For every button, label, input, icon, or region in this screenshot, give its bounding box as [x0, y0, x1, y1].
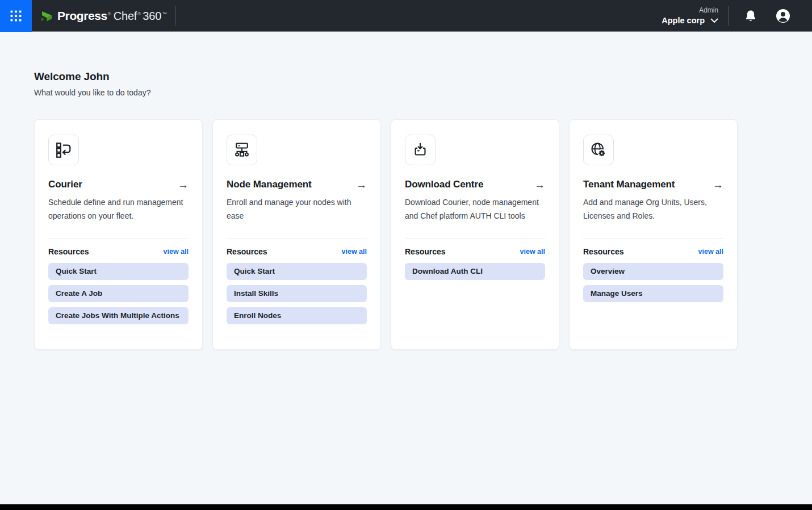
arrow-right-icon[interactable]: → — [534, 179, 545, 190]
registered-mark: ® — [137, 11, 141, 16]
resource-chip[interactable]: Create Jobs With Multiple Actions — [48, 307, 189, 324]
tenant-switcher[interactable]: Admin Apple corp — [662, 6, 718, 25]
page-subtitle: What would you like to do today? — [34, 88, 778, 97]
globe-gear-icon — [583, 135, 614, 165]
card-title: Node Management — [227, 179, 312, 190]
resource-chip[interactable]: Quick Start — [227, 263, 367, 280]
resource-chip[interactable]: Overview — [583, 263, 723, 280]
brand-logo: Progress®Chef®360™ — [40, 9, 167, 23]
navbar-divider — [729, 6, 729, 26]
brand-suite-text: 360 — [143, 10, 161, 22]
trademark-mark: ™ — [162, 11, 167, 16]
card-divider — [405, 239, 545, 239]
resource-chip[interactable]: Quick Start — [48, 263, 189, 280]
node-tree-icon — [227, 135, 257, 165]
card-description: Enroll and manage your nodes with ease — [227, 196, 367, 237]
card-courier: Courier → Schedule define and run manage… — [34, 119, 203, 350]
navbar-divider — [175, 6, 175, 26]
feature-cards-row: Courier → Schedule define and run manage… — [34, 119, 778, 350]
chevron-down-icon — [710, 18, 718, 23]
card-title: Courier — [48, 179, 82, 190]
notifications-button[interactable] — [745, 10, 756, 22]
registered-mark: ® — [108, 11, 111, 16]
card-divider — [48, 239, 189, 239]
card-tenant-management: Tenant Management → Add and manage Org U… — [569, 119, 738, 350]
main-content: Welcome John What would you like to do t… — [0, 70, 812, 350]
resources-label: Resources — [227, 247, 267, 256]
resource-chip[interactable]: Install Skills — [227, 285, 367, 302]
card-description: Download Courier, node management and Ch… — [405, 196, 545, 237]
resource-chip[interactable]: Enroll Nodes — [227, 307, 367, 324]
progress-logo-icon — [40, 9, 53, 23]
arrow-right-icon[interactable]: → — [356, 179, 367, 190]
download-tray-icon — [405, 135, 436, 165]
card-divider — [583, 239, 723, 239]
app-launcher-button[interactable] — [0, 0, 32, 32]
card-title: Download Centre — [405, 179, 483, 190]
user-avatar-icon — [776, 9, 790, 23]
top-navbar: Progress®Chef®360™ Admin Apple corp — [0, 0, 812, 32]
bottom-edge-bar — [0, 504, 812, 510]
view-all-link[interactable]: view all — [164, 248, 189, 256]
resources-label: Resources — [48, 247, 89, 256]
card-divider — [227, 239, 367, 239]
resources-label: Resources — [583, 247, 624, 256]
page-title: Welcome John — [34, 70, 778, 83]
view-all-link[interactable]: view all — [520, 248, 545, 256]
resource-chip[interactable]: Manage Users — [583, 285, 723, 302]
card-node-management: Node Management → Enroll and manage your… — [212, 119, 381, 350]
arrow-right-icon[interactable]: → — [178, 179, 189, 190]
bell-icon — [745, 10, 756, 22]
view-all-link[interactable]: view all — [698, 248, 723, 256]
card-description: Add and manage Org Units, Users, License… — [583, 196, 723, 237]
account-button[interactable] — [776, 9, 790, 23]
resources-label: Resources — [405, 247, 446, 256]
card-description: Schedule define and run management opera… — [48, 196, 189, 237]
tenant-name: Apple corp — [662, 16, 705, 25]
brand-chef-text: Chef — [114, 10, 137, 22]
card-title: Tenant Management — [583, 179, 675, 190]
card-download-centre: Download Centre → Download Courier, node… — [391, 119, 559, 350]
user-role-label: Admin — [662, 6, 718, 15]
view-all-link[interactable]: view all — [342, 248, 367, 256]
arrow-right-icon[interactable]: → — [713, 179, 723, 190]
grid-icon — [9, 9, 23, 23]
courier-jobs-icon — [48, 135, 79, 165]
resource-chip[interactable]: Download Auth CLI — [405, 263, 545, 280]
resource-chip[interactable]: Create A Job — [48, 285, 189, 302]
brand-progress-text: Progress — [57, 9, 107, 22]
